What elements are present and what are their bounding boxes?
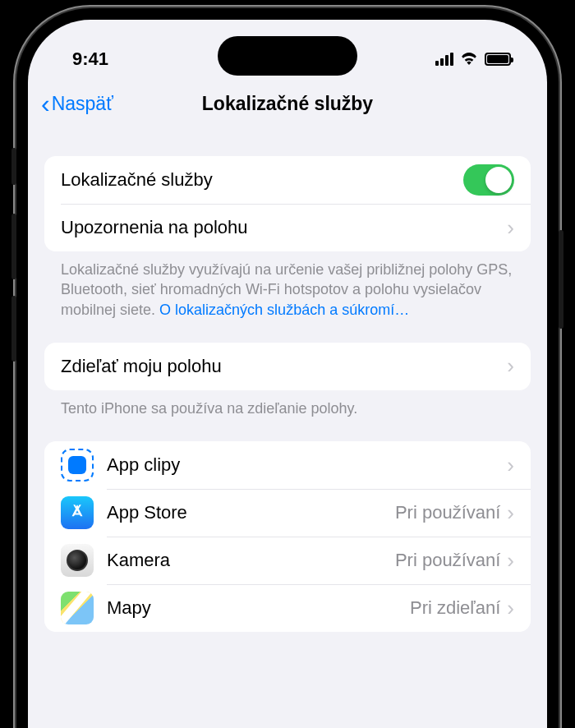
volume-up-button xyxy=(12,214,16,279)
chevron-right-icon: › xyxy=(507,596,514,621)
volume-down-button xyxy=(12,296,16,362)
chevron-right-icon: › xyxy=(507,548,514,574)
location-services-label: Lokalizačné služby xyxy=(61,169,463,191)
chevron-right-icon: › xyxy=(507,500,514,526)
back-button[interactable]: ‹ Naspäť xyxy=(41,90,113,117)
privacy-link[interactable]: O lokalizačných službách a súkromí… xyxy=(159,302,409,318)
app-row-camera[interactable]: Kamera Pri používaní › xyxy=(44,537,531,584)
app-row-appstore[interactable]: App Store Pri používaní › xyxy=(44,489,531,537)
settings-group-main: Lokalizačné služby Upozornenia na polohu… xyxy=(44,156,531,251)
camera-icon xyxy=(61,544,94,577)
share-location-label: Zdieľať moju polohu xyxy=(61,356,507,377)
app-value: Pri zdieľaní xyxy=(410,597,500,619)
app-name: Kamera xyxy=(107,550,395,571)
location-services-row[interactable]: Lokalizačné služby xyxy=(44,156,531,204)
chevron-right-icon: › xyxy=(507,453,514,478)
app-value: Pri používaní xyxy=(395,550,500,571)
settings-group-share: Zdieľať moju polohu › xyxy=(44,343,531,390)
app-row-appclips[interactable]: App clipy › xyxy=(44,441,531,489)
app-name: Mapy xyxy=(107,597,410,619)
app-row-maps[interactable]: Mapy Pri zdieľaní › xyxy=(44,584,531,632)
back-label: Naspäť xyxy=(52,93,113,115)
share-location-row[interactable]: Zdieľať moju polohu › xyxy=(44,343,531,390)
app-name: App Store xyxy=(107,502,395,523)
appstore-icon xyxy=(61,496,94,529)
chevron-left-icon: ‹ xyxy=(41,90,50,117)
chevron-right-icon: › xyxy=(507,353,514,379)
dynamic-island xyxy=(218,36,357,76)
settings-group-apps: App clipy › App Store Pri používaní › Ka… xyxy=(44,441,531,632)
share-location-footer: Tento iPhone sa používa na zdieľanie pol… xyxy=(44,390,531,418)
screen: 9:41 ‹ Naspäť Lokalizačné služby xyxy=(28,20,547,728)
location-services-footer: Lokalizačné služby využívajú na určenie … xyxy=(44,251,531,320)
battery-icon xyxy=(485,53,511,66)
phone-frame: 9:41 ‹ Naspäť Lokalizačné služby xyxy=(16,8,559,728)
power-button xyxy=(559,230,564,329)
silent-switch xyxy=(12,148,16,185)
maps-icon xyxy=(61,592,94,624)
location-services-toggle[interactable] xyxy=(463,164,514,196)
status-time: 9:41 xyxy=(72,48,108,70)
chevron-right-icon: › xyxy=(507,215,514,241)
status-right xyxy=(435,48,511,70)
location-alerts-label: Upozornenia na polohu xyxy=(61,217,507,238)
app-name: App clipy xyxy=(107,454,500,476)
nav-bar: ‹ Naspäť Lokalizačné služby xyxy=(28,79,547,128)
cellular-icon xyxy=(435,53,453,66)
app-value: Pri používaní xyxy=(395,502,500,523)
wifi-icon xyxy=(460,48,478,70)
location-alerts-row[interactable]: Upozornenia na polohu › xyxy=(44,204,531,251)
appclips-icon xyxy=(61,449,94,481)
